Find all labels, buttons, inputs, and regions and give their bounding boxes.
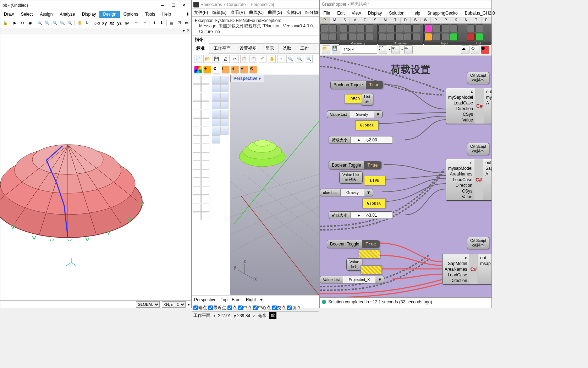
- lock-icon[interactable]: 🔒: [2, 20, 9, 27]
- gh-menu-edit[interactable]: Edit: [334, 9, 348, 17]
- osnap-end[interactable]: 端点: [193, 305, 207, 311]
- tube-icon[interactable]: [212, 101, 220, 109]
- osnap-tan[interactable]: 切点: [287, 305, 301, 311]
- check-icon[interactable]: [201, 204, 209, 212]
- geom-hex-icon[interactable]: [340, 25, 348, 32]
- undo-icon[interactable]: ↶: [259, 55, 266, 63]
- redo-icon[interactable]: ↷: [141, 20, 148, 27]
- pyramid-icon[interactable]: [212, 110, 220, 118]
- gh-eraser-icon[interactable]: ◇: [471, 45, 479, 54]
- scale-icon[interactable]: [201, 169, 209, 178]
- up-icon[interactable]: ⬆: [151, 20, 158, 27]
- polygon-icon[interactable]: [201, 101, 209, 109]
- value-list-projected[interactable]: Value ListProjected_X▼: [320, 276, 384, 283]
- input-icon[interactable]: [424, 33, 432, 41]
- panel-hatched-1[interactable]: [359, 249, 380, 259]
- boolean-toggle-2[interactable]: Boolean ToggleTrue: [329, 161, 381, 169]
- array-icon[interactable]: [193, 204, 201, 212]
- util-icon[interactable]: [476, 33, 483, 41]
- zoom-in-icon[interactable]: 🔍: [44, 20, 51, 27]
- prim-icon[interactable]: [395, 25, 403, 32]
- download-icon[interactable]: ⬇: [184, 12, 191, 17]
- util-icon[interactable]: [476, 25, 483, 32]
- undo-icon[interactable]: ↶: [133, 20, 140, 27]
- menu-display[interactable]: Display: [78, 11, 99, 18]
- shell-icon[interactable]: [201, 195, 209, 203]
- rotate3d-icon[interactable]: ↻: [84, 20, 90, 27]
- point-icon[interactable]: [201, 76, 209, 84]
- panel-live[interactable]: LIVE: [364, 176, 385, 185]
- option-gh-icon[interactable]: ⊙: [249, 66, 257, 74]
- menu-select[interactable]: Select: [17, 11, 36, 18]
- menu-draw[interactable]: Draw: [0, 11, 17, 18]
- menu-help[interactable]: Help: [159, 11, 175, 18]
- prim-icon[interactable]: [412, 25, 420, 32]
- vtab-right[interactable]: Right: [246, 297, 256, 302]
- explode2-icon[interactable]: [201, 135, 209, 144]
- ribtab-p2[interactable]: P: [431, 17, 441, 23]
- geom-hex-icon[interactable]: [357, 33, 365, 41]
- gh-open-icon[interactable]: 📂: [322, 45, 330, 54]
- option-l-icon[interactable]: L: [222, 66, 230, 74]
- send-icon[interactable]: ✈: [203, 66, 211, 74]
- tab-display[interactable]: 显示: [261, 43, 279, 54]
- print-icon[interactable]: 🖨: [222, 55, 230, 63]
- offset-icon[interactable]: [201, 127, 209, 135]
- ribtab-w[interactable]: W: [421, 17, 431, 23]
- gh-preview-icon[interactable]: 👁: [391, 45, 400, 54]
- geom-hex-icon[interactable]: [357, 25, 365, 32]
- geom-hex-icon[interactable]: [348, 33, 356, 41]
- prim-icon[interactable]: [387, 33, 395, 41]
- slider-load-2[interactable]: 荷载大小◇ 3.81: [329, 211, 393, 219]
- cone-icon[interactable]: [220, 93, 229, 101]
- ribtab-p3[interactable]: P: [441, 17, 451, 23]
- boolean-toggle-1[interactable]: Boolean ToggleTrue: [330, 81, 383, 89]
- ribtab-p[interactable]: P: [320, 17, 330, 23]
- run-icon[interactable]: ▶: [12, 20, 18, 27]
- geom-icon[interactable]: [320, 25, 328, 32]
- render-icon[interactable]: [201, 212, 209, 220]
- rect-icon[interactable]: [193, 101, 201, 109]
- input-icon[interactable]: [450, 25, 458, 32]
- circle-icon[interactable]: [193, 93, 201, 101]
- cylinder-icon[interactable]: [212, 93, 220, 101]
- ribtab-c[interactable]: C: [360, 17, 370, 23]
- xz-view-icon[interactable]: xz: [109, 20, 115, 27]
- global-cs-select[interactable]: GLOBAL: [136, 301, 160, 308]
- prim-icon[interactable]: [404, 33, 412, 41]
- menu-file[interactable]: 文件(F): [192, 9, 210, 17]
- explode-icon[interactable]: [193, 135, 201, 144]
- gh-menu-bubalus[interactable]: Bubalus_GH2.0: [461, 9, 499, 17]
- open-icon[interactable]: 📂: [203, 55, 211, 63]
- script-label-3[interactable]: C# Script c#脚本: [467, 237, 489, 249]
- prim-icon[interactable]: [404, 25, 412, 32]
- gh-menu-snapping[interactable]: SnappingGecko: [424, 9, 461, 17]
- geom-hex-icon[interactable]: [348, 25, 356, 32]
- option-v-icon[interactable]: V: [240, 66, 248, 74]
- gh-stop-icon[interactable]: ⬢: [481, 45, 489, 54]
- value-list-gravity-2[interactable]: ulue ListGravity▼: [320, 189, 373, 196]
- ribtab-v[interactable]: V: [350, 17, 360, 23]
- osnap-near[interactable]: 最近点: [208, 305, 226, 311]
- ribtab-d[interactable]: D: [401, 17, 411, 23]
- spiral-icon[interactable]: [193, 118, 201, 126]
- menu-curve[interactable]: 曲线(C): [247, 9, 266, 17]
- slider-load-1[interactable]: 荷载大小◇ 2.00: [329, 136, 393, 144]
- sap-viewport[interactable]: [0, 35, 191, 305]
- new-icon[interactable]: 📄: [194, 55, 202, 63]
- input-icon[interactable]: [450, 33, 458, 41]
- ribtab-s[interactable]: S: [340, 17, 350, 23]
- boolean-toggle-3[interactable]: Boolean ToggleTrue: [327, 240, 380, 248]
- gh-menu-display[interactable]: Display: [364, 9, 385, 17]
- tab-standard[interactable]: 标准: [192, 43, 209, 54]
- gh-zoomfit-icon[interactable]: ⛶: [379, 45, 387, 54]
- analysis-icon[interactable]: ⊙: [19, 20, 26, 27]
- menu-assign[interactable]: Assign: [36, 11, 56, 18]
- vtab-front[interactable]: Front: [232, 297, 242, 302]
- gh-cloud-icon[interactable]: ☁: [461, 45, 469, 54]
- tab-close-icon[interactable]: ✕: [186, 28, 190, 35]
- tab-cplane[interactable]: 工作平面: [209, 43, 235, 54]
- box-icon[interactable]: [212, 76, 220, 84]
- box2-icon[interactable]: [220, 76, 229, 84]
- script-label-1[interactable]: C# Script c#脚本: [467, 72, 489, 84]
